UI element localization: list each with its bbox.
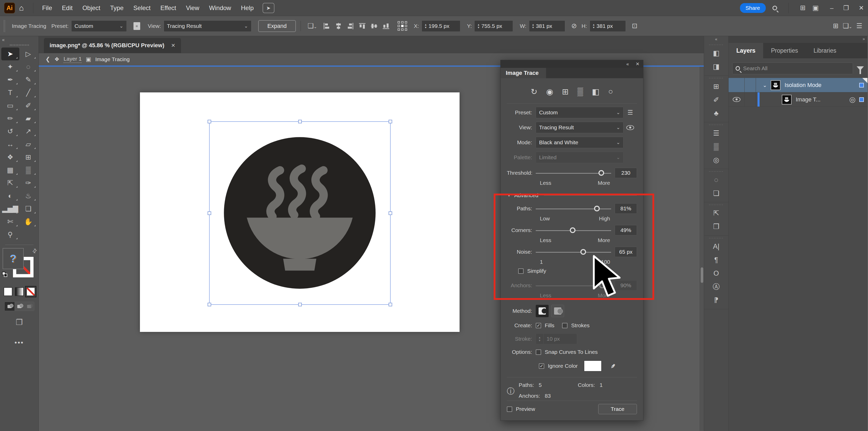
workspace-layout-icon[interactable]: ▣ [812,4,819,12]
lock-cell[interactable] [745,78,756,92]
panel-tab[interactable]: Properties [763,43,806,58]
visibility-cell[interactable] [728,92,745,107]
slider-knob[interactable] [598,170,604,176]
strokes-checkbox[interactable] [562,323,567,328]
selection-tool[interactable]: ➤ [1,47,19,60]
zoom-tool[interactable]: ⚲ [1,228,19,241]
panel-collapse-icon[interactable]: « [626,61,629,67]
selection-handle[interactable] [389,120,392,123]
target-icon[interactable]: ◎ [849,95,856,104]
direct-selection-tool[interactable]: ▷ [19,47,37,60]
graphic-styles-icon[interactable]: ❏ [704,187,728,200]
color-guide-icon[interactable]: ◨ [704,60,728,73]
dock-grip[interactable]: ········· [709,123,724,126]
dock-grip[interactable]: ········· [709,43,724,46]
trace-panel-toggle-icon[interactable]: ≡ [131,21,142,32]
arrange-icon[interactable]: ⊞ [833,22,839,30]
transparency-icon[interactable]: ◎ [704,153,728,167]
shape-builder-tool[interactable]: ❖ [1,151,19,164]
paragraph-styles-icon[interactable]: ⁋ [704,293,728,307]
character-icon[interactable]: A| [704,240,728,253]
dock-grip[interactable]: ········· [709,170,724,173]
swatches-icon[interactable]: ⊞ [704,80,728,93]
black-white-preset-icon[interactable]: ◧ [592,87,599,97]
minimize-button[interactable]: – [830,4,833,11]
vertical-scrollbar[interactable] [700,67,704,431]
illustrator-logo-icon[interactable]: Ai [4,3,15,13]
gradient-icon[interactable]: ▒ [704,140,728,153]
breadcrumb-layer[interactable]: Layer 1 [63,56,82,63]
default-fill-stroke-icon[interactable] [2,272,8,277]
workspace-switcher-icon[interactable]: ❏⌄ [843,22,852,30]
search-field[interactable] [732,62,853,74]
search-input[interactable] [743,65,850,71]
stepper-icon[interactable]: ▴▾ [532,23,534,29]
shaper-tool[interactable]: ✏ [1,112,19,125]
measure-tool[interactable]: ⇱ [1,176,19,190]
trace-button[interactable]: Trace [598,404,637,414]
fit-screen-icon[interactable]: ⊡ [632,22,638,30]
menu-item[interactable]: Object [82,4,100,11]
stepper-icon[interactable]: ▴▾ [477,23,479,29]
method-overlapping-button[interactable] [551,305,564,317]
draw-normal-button[interactable] [5,302,14,311]
tab-close-icon[interactable]: ✕ [171,42,175,48]
character-styles-icon[interactable]: Ⓐ [704,280,728,293]
crop-artboard-icon[interactable]: ❏⌄ [308,22,317,30]
line-segment-tool[interactable]: ╱ [19,86,37,99]
layer-thumbnail[interactable] [771,80,780,90]
panel-tab[interactable]: Layers [728,43,763,58]
menu-item[interactable]: Edit [62,4,72,11]
gradient-tool[interactable]: ▒ [19,164,37,176]
visibility-cell[interactable] [728,78,745,92]
rotate-tool[interactable]: ↺ [1,125,19,138]
search-icon[interactable] [773,6,777,10]
height-input[interactable]: ▴▾ 381 px [590,21,626,32]
dock-grip[interactable]: ········· [709,77,724,79]
layer-row-image-trace[interactable]: Image T... ◎ [728,92,867,107]
type-tool[interactable]: T [1,86,19,99]
free-transform-tool[interactable]: ▱ [19,138,37,151]
perspective-grid-tool[interactable]: ⊞ [19,151,37,164]
menu-item[interactable]: Help [241,4,253,11]
width-input[interactable]: ▴▾ 381 px [529,21,565,32]
selection-handle[interactable] [298,120,302,123]
paintbrush-tool[interactable]: ✐ [19,99,37,112]
fills-checkbox[interactable] [536,323,541,328]
selection-color-square[interactable] [859,83,864,88]
unlink-dimensions-icon[interactable]: ⊘ [571,22,577,30]
selection-handle[interactable] [389,211,392,215]
home-icon[interactable]: ⌂ [19,4,24,12]
align-top-icon[interactable] [359,22,366,30]
panel-close-icon[interactable]: ✕ [636,61,640,67]
stepper-icon[interactable]: ▴▾ [593,23,595,29]
selection-color-square[interactable] [859,97,864,102]
eraser-tool[interactable]: ▰ [19,112,37,125]
grayscale-preset-icon[interactable]: ▒ [578,87,583,97]
scrollbar-thumb[interactable] [701,267,703,283]
width-tool[interactable]: ↔ [1,138,19,151]
eyedropper-tool[interactable]: ✑ [19,176,37,190]
share-button[interactable]: Share [740,3,766,13]
appearance-icon[interactable]: ◌ [704,173,728,187]
preset-select[interactable]: Custom ⌄ [536,107,623,118]
y-input[interactable]: ▴▾ 755.5 px [474,21,513,32]
view-select[interactable]: Tracing Result ⌄ [536,122,623,133]
selection-handle[interactable] [298,303,302,306]
threshold-value[interactable]: 230 [615,168,637,178]
ignore-color-checkbox[interactable] [539,363,544,369]
hand-tool[interactable]: ✋ [19,215,37,228]
export-icon[interactable]: ⇱ [704,206,728,220]
column-graph-tool[interactable]: ▂▅▇ [1,202,19,215]
high-color-preset-icon[interactable]: ◉ [546,87,553,97]
color-icon[interactable]: ◧ [704,46,728,60]
align-right-icon[interactable] [346,22,354,30]
preview-checkbox[interactable] [507,406,512,412]
align-middle-icon[interactable] [370,22,378,30]
auto-color-preset-icon[interactable]: ↻ [531,87,537,97]
snap-curves-checkbox[interactable] [536,350,541,355]
lock-cell[interactable] [745,92,756,107]
layer-thumbnail[interactable] [782,95,792,104]
dock-collapse-icon[interactable]: « [704,36,728,42]
x-input[interactable]: ▴▾ 199.5 px [422,21,460,32]
